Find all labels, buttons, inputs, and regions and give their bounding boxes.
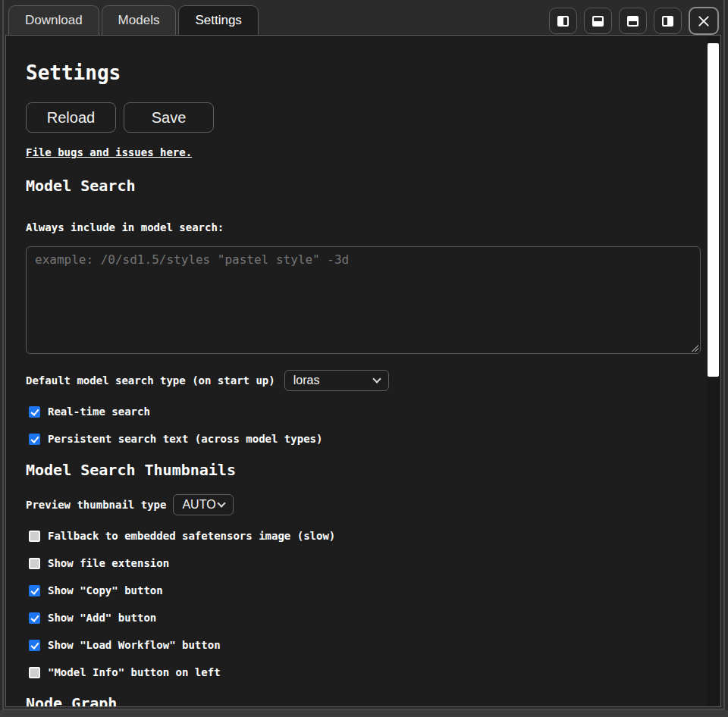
realtime-search-row: Real-time search xyxy=(29,405,150,418)
close-x-icon xyxy=(698,15,710,27)
section-title-node-graph: Node Graph xyxy=(26,694,117,706)
tab-models[interactable]: Models xyxy=(102,5,177,35)
chevron-down-icon xyxy=(218,499,226,507)
model-info-left-label: "Model Info" button on left xyxy=(48,666,221,678)
fallback-safetensors-checkbox[interactable] xyxy=(29,531,40,542)
persistent-search-row: Persistent search text (across model typ… xyxy=(29,433,322,445)
panel-position-bottom-button[interactable] xyxy=(619,8,647,34)
fallback-safetensors-label: Fallback to embedded safetensors image (… xyxy=(48,530,335,542)
model-info-left-row: "Model Info" button on left xyxy=(29,666,221,678)
show-add-button-checkbox[interactable] xyxy=(29,612,40,624)
reload-button[interactable]: Reload xyxy=(26,102,116,133)
show-copy-button-row: Show "Copy" button xyxy=(29,584,163,596)
show-copy-button-label: Show "Copy" button xyxy=(48,584,163,596)
fallback-safetensors-row: Fallback to embedded safetensors image (… xyxy=(29,530,335,542)
page-title: Settings xyxy=(26,61,121,84)
action-button-row: Reload Save xyxy=(26,102,214,133)
chevron-down-icon xyxy=(372,374,381,383)
persistent-search-label: Persistent search text (across model typ… xyxy=(48,433,322,445)
panel-position-left-icon xyxy=(662,16,673,27)
window-bottom-edge xyxy=(0,710,728,717)
show-load-workflow-row: Show "Load Workflow" button xyxy=(29,639,221,651)
preview-thumbnail-value: AUTO xyxy=(182,498,215,512)
always-include-textarea[interactable] xyxy=(26,246,701,354)
vertical-scrollbar-track[interactable] xyxy=(707,36,720,706)
model-info-left-checkbox[interactable] xyxy=(29,667,40,678)
persistent-search-checkbox[interactable] xyxy=(29,434,40,445)
settings-panel: Settings Reload Save File bugs and issue… xyxy=(5,35,721,707)
panel-position-top-button[interactable] xyxy=(584,8,612,34)
resize-grip-icon[interactable] xyxy=(690,343,698,352)
vertical-scrollbar-thumb[interactable] xyxy=(708,43,719,377)
preview-thumbnail-select[interactable]: AUTO xyxy=(173,494,234,515)
panel-position-right-button[interactable] xyxy=(549,8,577,34)
show-file-extension-row: Show file extension xyxy=(29,557,169,569)
default-search-type-row: Default model search type (on start up) … xyxy=(26,370,389,391)
section-title-model-search: Model Search xyxy=(26,177,136,195)
realtime-search-checkbox[interactable] xyxy=(29,406,40,418)
settings-content: Settings Reload Save File bugs and issue… xyxy=(6,36,706,706)
show-copy-button-checkbox[interactable] xyxy=(29,585,40,596)
default-search-type-select[interactable]: loras xyxy=(284,370,389,391)
show-load-workflow-label: Show "Load Workflow" button xyxy=(48,639,221,651)
file-bugs-link[interactable]: File bugs and issues here. xyxy=(26,146,192,158)
panel-position-top-icon xyxy=(592,16,604,27)
tab-download[interactable]: Download xyxy=(8,5,99,35)
panel-position-bottom-icon xyxy=(627,16,639,27)
show-file-extension-checkbox[interactable] xyxy=(29,558,40,569)
tab-settings[interactable]: Settings xyxy=(178,5,258,36)
show-add-button-label: Show "Add" button xyxy=(48,612,156,624)
default-search-type-value: loras xyxy=(293,374,320,387)
show-load-workflow-checkbox[interactable] xyxy=(29,640,40,651)
preview-thumbnail-label: Preview thumbnail type xyxy=(26,499,166,511)
realtime-search-label: Real-time search xyxy=(48,405,150,418)
panel-position-right-icon xyxy=(557,16,569,27)
close-button[interactable] xyxy=(689,7,719,35)
show-add-button-row: Show "Add" button xyxy=(29,612,156,624)
panel-position-left-button[interactable] xyxy=(654,8,682,34)
plugin-window: Download Models Settings Settings Reload… xyxy=(2,0,725,710)
default-search-type-label: Default model search type (on start up) xyxy=(26,374,275,387)
section-title-thumbnails: Model Search Thumbnails xyxy=(26,461,236,479)
always-include-label: Always include in model search: xyxy=(26,221,224,233)
save-button[interactable]: Save xyxy=(124,102,214,133)
always-include-wrap xyxy=(26,246,701,354)
show-file-extension-label: Show file extension xyxy=(48,557,169,569)
window-controls xyxy=(549,7,719,35)
preview-thumbnail-row: Preview thumbnail type AUTO xyxy=(26,494,234,515)
